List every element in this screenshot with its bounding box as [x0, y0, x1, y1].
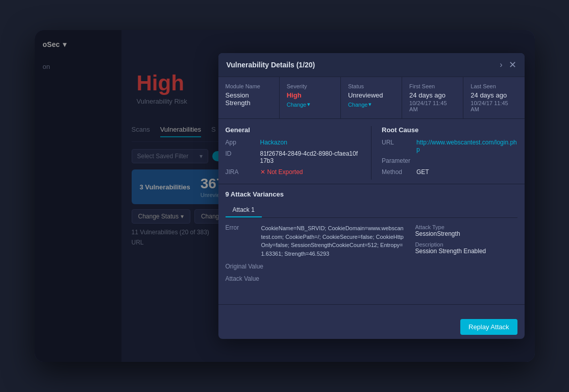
vulnerability-details-modal: Vulnerability Details (1/20) › ✕ Module …	[218, 53, 525, 339]
screen-container: oSec ▾ on High Vulnerability Risk Scans …	[35, 30, 535, 362]
attack-tab-1[interactable]: Attack 1	[226, 203, 262, 217]
status-label: Status	[348, 83, 394, 89]
chevron-down-icon: ▾	[368, 101, 372, 108]
status-cell: Status Unreviewed Change ▾	[341, 77, 402, 118]
id-field: ID 81f26784-2849-4cd2-8980-cfaea10f17b3	[226, 150, 361, 164]
modal-body: Module Name Session Strength Severity Hi…	[218, 77, 525, 304]
app-field: App Hackazon	[226, 139, 361, 146]
x-icon: ✕	[260, 168, 265, 176]
modal-header-actions: › ✕	[500, 59, 516, 70]
close-modal-icon[interactable]: ✕	[509, 59, 516, 70]
attack-left: Error CookieName=NB_SRVID; CookieDomain=…	[226, 224, 405, 287]
root-cause-title: Root Cause	[382, 126, 517, 134]
root-cause-col: Root Cause URL http://www.webscantest.co…	[371, 126, 517, 180]
description-label: Description	[415, 241, 517, 248]
first-seen-cell: First Seen 24 days ago 10/24/17 11:45 AM	[402, 77, 463, 118]
error-value: CookieName=NB_SRVID; CookieDomain=www.we…	[261, 224, 405, 258]
modal-overlay: Vulnerability Details (1/20) › ✕ Module …	[35, 30, 535, 362]
attack-tabs: Attack 1	[226, 203, 517, 218]
last-seen-label: Last Seen	[471, 83, 517, 89]
original-value-label: Original Value	[226, 263, 263, 270]
attack-value-label: Attack Value	[226, 275, 261, 282]
first-seen-label: First Seen	[409, 83, 456, 89]
severity-value: High	[287, 91, 333, 99]
method-label: Method	[382, 168, 412, 176]
severity-cell: Severity High Change ▾	[280, 77, 341, 118]
summary-row: Module Name Session Strength Severity Hi…	[218, 77, 525, 119]
attack-value-field: Attack Value	[226, 275, 405, 282]
jira-label: JIRA	[226, 168, 256, 176]
method-field: Method GET	[382, 168, 517, 176]
id-value: 81f26784-2849-4cd2-8980-cfaea10f17b3	[260, 150, 361, 164]
module-name-label: Module Name	[226, 83, 272, 89]
modal-footer: Replay Attack	[218, 304, 525, 339]
general-title: General	[226, 126, 361, 134]
last-seen-date: 10/24/17 11:45 AM	[471, 100, 517, 112]
first-seen-value: 24 days ago	[409, 91, 456, 99]
modal-title: Vulnerability Details (1/20)	[227, 61, 315, 69]
severity-label: Severity	[287, 83, 333, 89]
status-value: Unreviewed	[348, 91, 394, 99]
url-value[interactable]: http://www.webscantest.com/login.php	[416, 139, 517, 153]
jira-value: Not Exported	[267, 168, 303, 176]
jira-field: JIRA ✕ Not Exported	[226, 168, 361, 176]
first-seen-date: 10/24/17 11:45 AM	[409, 100, 456, 112]
modal-header: Vulnerability Details (1/20) › ✕	[218, 53, 525, 77]
method-value: GET	[416, 168, 429, 176]
description-value: Session Strength Enabled	[415, 248, 517, 255]
app-value[interactable]: Hackazon	[260, 139, 287, 146]
attack-type-label: Attack Type	[415, 224, 517, 230]
jira-status: ✕ Not Exported	[260, 168, 303, 176]
parameter-label: Parameter	[382, 157, 412, 164]
parameter-field: Parameter	[382, 157, 517, 164]
error-label: Error	[226, 224, 261, 258]
severity-change-link[interactable]: Change ▾	[287, 101, 333, 108]
module-name-value: Session Strength	[226, 91, 272, 107]
url-field: URL http://www.webscantest.com/login.php	[382, 139, 517, 153]
attack-section: 9 Attack Variances Attack 1 Error Cookie…	[218, 184, 525, 293]
status-change-link[interactable]: Change ▾	[348, 101, 394, 108]
last-seen-value: 24 days ago	[471, 91, 517, 99]
url-label: URL	[382, 139, 412, 146]
id-label: ID	[226, 150, 256, 157]
original-value-field: Original Value	[226, 263, 405, 270]
description-row: Description Session Strength Enabled	[415, 241, 517, 255]
attack-detail: Error CookieName=NB_SRVID; CookieDomain=…	[226, 224, 517, 287]
attack-type-value: SessionStrength	[415, 230, 517, 237]
app-label: App	[226, 139, 256, 146]
replay-attack-button[interactable]: Replay Attack	[460, 319, 517, 335]
two-col-section: General App Hackazon ID 81f26784-2849-4c…	[218, 119, 525, 184]
chevron-down-icon: ▾	[307, 101, 310, 108]
module-name-cell: Module Name Session Strength	[218, 77, 280, 118]
navigate-prev-icon[interactable]: ›	[500, 60, 502, 69]
attack-count-title: 9 Attack Variances	[226, 190, 517, 198]
attack-right: Attack Type SessionStrength Description …	[415, 224, 517, 287]
attack-type-row: Attack Type SessionStrength	[415, 224, 517, 237]
error-field: Error CookieName=NB_SRVID; CookieDomain=…	[226, 224, 405, 258]
last-seen-cell: Last Seen 24 days ago 10/24/17 11:45 AM	[463, 77, 524, 118]
general-col: General App Hackazon ID 81f26784-2849-4c…	[226, 126, 361, 180]
